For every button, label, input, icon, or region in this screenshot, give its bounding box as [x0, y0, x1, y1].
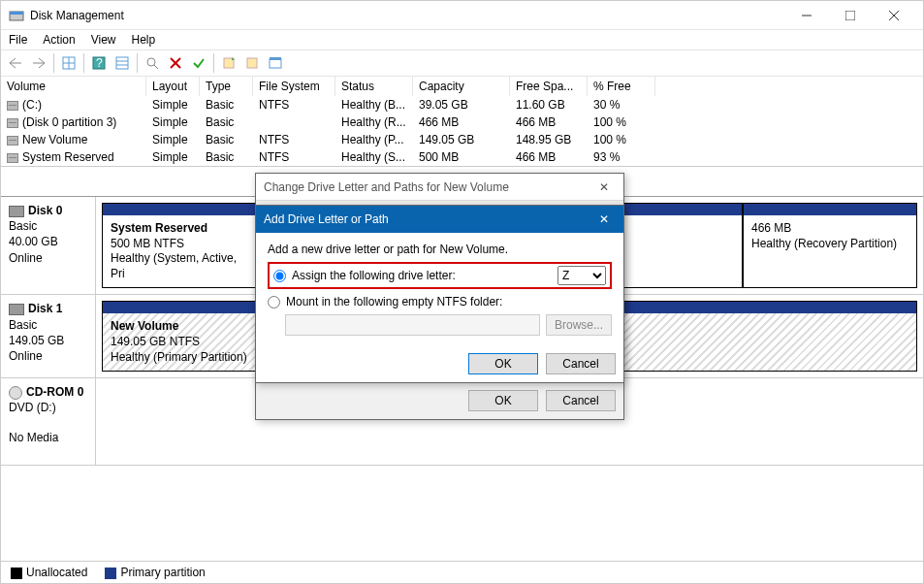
- svg-line-15: [154, 65, 158, 69]
- assign-letter-radio[interactable]: [273, 270, 286, 282]
- toolbar-new-icon[interactable]: [218, 52, 239, 74]
- menu-bar: File Action View Help: [1, 30, 923, 49]
- svg-rect-20: [270, 59, 281, 68]
- drive-letter-select[interactable]: Z: [558, 266, 606, 285]
- table-row[interactable]: (C:) SimpleBasicNTFSHealthy (B...39.05 G…: [1, 96, 923, 114]
- cancel-button[interactable]: Cancel: [546, 390, 616, 411]
- svg-rect-3: [845, 11, 855, 20]
- cdrom-icon: [9, 386, 22, 400]
- volume-table: Volume Layout Type File System Status Ca…: [1, 77, 923, 167]
- dialog-title: Add Drive Letter or Path: [264, 212, 389, 226]
- title-bar: Disk Management: [1, 1, 923, 30]
- maximize-button[interactable]: [828, 1, 872, 30]
- window-title: Disk Management: [30, 9, 784, 22]
- col-filesystem[interactable]: File System: [253, 77, 335, 96]
- drive-icon: [7, 153, 18, 163]
- browse-button: Browse...: [546, 314, 612, 336]
- menu-file[interactable]: File: [9, 33, 27, 47]
- dialog-title: Change Drive Letter and Paths for New Vo…: [264, 180, 509, 194]
- forward-button[interactable]: [28, 52, 49, 74]
- ok-button[interactable]: OK: [468, 390, 538, 411]
- toolbar-list-icon[interactable]: [112, 52, 133, 74]
- table-header: Volume Layout Type File System Status Ca…: [1, 77, 923, 96]
- mount-folder-radio[interactable]: [268, 296, 280, 308]
- check-icon[interactable]: [188, 52, 209, 74]
- app-icon: [9, 8, 24, 23]
- col-pct[interactable]: % Free: [588, 77, 655, 96]
- menu-action[interactable]: Action: [43, 33, 75, 47]
- disk-label[interactable]: Disk 1 Basic 149.05 GB Online: [1, 295, 96, 377]
- close-icon[interactable]: ✕: [592, 180, 616, 194]
- table-row[interactable]: New Volume SimpleBasicNTFSHealthy (P...1…: [1, 131, 923, 148]
- col-volume[interactable]: Volume: [1, 77, 146, 96]
- folder-path-input: [285, 314, 540, 336]
- swatch-unallocated: [11, 568, 22, 579]
- col-status[interactable]: Status: [335, 77, 413, 96]
- toolbar: ?: [1, 49, 923, 77]
- disk-label[interactable]: CD-ROM 0 DVD (D:) No Media: [1, 378, 96, 465]
- drive-icon: [7, 136, 18, 146]
- partition[interactable]: 466 MB Healthy (Recovery Partition): [743, 203, 917, 288]
- close-icon[interactable]: ✕: [592, 212, 616, 226]
- drive-icon: [7, 118, 18, 128]
- table-row[interactable]: System Reserved SimpleBasicNTFSHealthy (…: [1, 148, 923, 166]
- col-type[interactable]: Type: [200, 77, 253, 96]
- disk-icon: [9, 304, 24, 315]
- svg-text:?: ?: [96, 56, 103, 70]
- disk-label[interactable]: Disk 0 Basic 40.00 GB Online: [1, 197, 96, 294]
- toolbar-grid-icon[interactable]: [58, 52, 80, 74]
- close-button[interactable]: [872, 1, 915, 30]
- cancel-button[interactable]: Cancel: [546, 353, 616, 374]
- drive-icon: [7, 101, 18, 111]
- table-row[interactable]: (Disk 0 partition 3) SimpleBasicHealthy …: [1, 114, 923, 131]
- menu-view[interactable]: View: [91, 33, 116, 47]
- legend: Unallocated Primary partition: [1, 561, 923, 583]
- toolbar-props-icon[interactable]: [265, 52, 286, 74]
- delete-icon[interactable]: [165, 52, 186, 74]
- partition[interactable]: System Reserved 500 MB NTFS Healthy (Sys…: [102, 203, 257, 288]
- toolbar-note-icon[interactable]: [241, 52, 263, 74]
- toolbar-find-icon[interactable]: [142, 52, 163, 74]
- dialog-intro: Add a new drive letter or path for New V…: [268, 243, 612, 256]
- svg-rect-11: [116, 57, 128, 69]
- help-icon[interactable]: ?: [88, 52, 110, 74]
- svg-rect-19: [247, 58, 257, 68]
- svg-point-14: [147, 58, 155, 66]
- assign-letter-row: Assign the following drive letter: Z: [268, 262, 612, 289]
- add-drive-letter-dialog: Add Drive Letter or Path ✕ Add a new dri…: [255, 205, 624, 383]
- col-free[interactable]: Free Spa...: [510, 77, 588, 96]
- col-layout[interactable]: Layout: [146, 77, 200, 96]
- menu-help[interactable]: Help: [132, 33, 156, 47]
- col-capacity[interactable]: Capacity: [413, 77, 510, 96]
- back-button[interactable]: [5, 52, 26, 74]
- ok-button[interactable]: OK: [468, 353, 538, 374]
- minimize-button[interactable]: [784, 1, 828, 30]
- swatch-primary: [105, 568, 116, 579]
- svg-rect-21: [270, 57, 281, 60]
- svg-rect-1: [10, 12, 23, 15]
- disk-icon: [9, 206, 24, 217]
